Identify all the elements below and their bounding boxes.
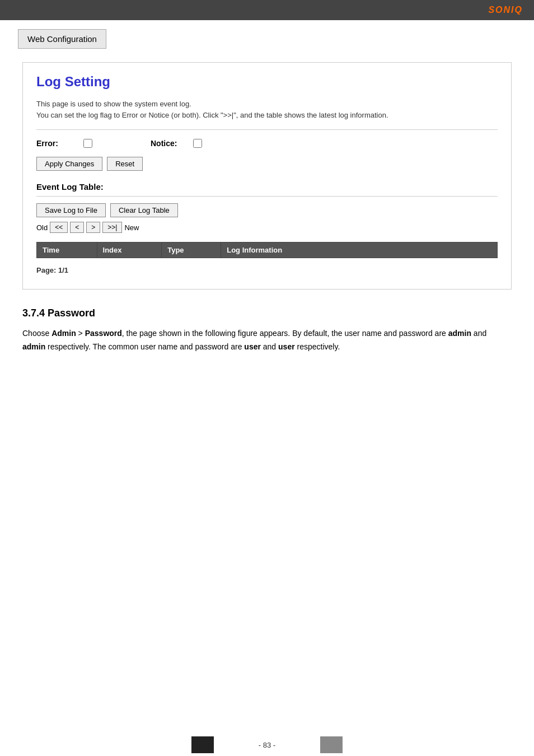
bottom-bar: - 83 -	[0, 734, 534, 756]
body-part7: respectively.	[295, 342, 340, 351]
log-actions-row: Save Log to File Clear Log Table	[36, 203, 498, 217]
section-374-title: 3.7.4 Password	[22, 307, 512, 319]
event-log-section: Event Log Table: Save Log to File Clear …	[36, 182, 498, 278]
buttons-row: Apply Changes Reset	[36, 157, 498, 171]
col-type: Type	[162, 242, 221, 258]
desc-line2: You can set the log flag to Error or Not…	[36, 111, 388, 119]
body-part4: and	[471, 329, 486, 338]
apply-changes-button[interactable]: Apply Changes	[36, 157, 102, 171]
col-time: Time	[37, 242, 97, 258]
page-number: - 83 -	[259, 741, 275, 749]
body-part5: respectively. The common user name and p…	[45, 342, 244, 351]
error-label: Error:	[36, 139, 70, 148]
event-log-title: Event Log Table:	[36, 182, 498, 197]
settings-row: Error: Notice:	[36, 139, 498, 148]
body-user1: user	[244, 342, 261, 351]
section-374-body: Choose Admin > Password, the page shown …	[22, 327, 512, 354]
col-log-info: Log Information	[221, 242, 498, 258]
body-password: Password	[85, 329, 122, 338]
bottom-block-right	[320, 736, 343, 753]
body-part1: Choose	[22, 329, 51, 338]
nav-first-button[interactable]: <<	[50, 222, 68, 233]
nav-old-label: Old	[36, 223, 48, 232]
body-part6: and	[261, 342, 278, 351]
save-log-button[interactable]: Save Log to File	[36, 203, 106, 217]
brand-logo: SONIQ	[488, 5, 523, 15]
desc-line1: This page is used to show the system eve…	[36, 100, 191, 108]
error-checkbox[interactable]	[83, 139, 92, 148]
section-374: 3.7.4 Password Choose Admin > Password, …	[22, 307, 512, 354]
page-info: Page: 1/1	[36, 263, 498, 278]
reset-button[interactable]: Reset	[107, 157, 143, 171]
log-setting-title: Log Setting	[36, 74, 498, 90]
body-user2: user	[278, 342, 295, 351]
description-text: This page is used to show the system eve…	[36, 99, 498, 130]
nav-prev-button[interactable]: <	[70, 222, 84, 233]
notice-checkbox[interactable]	[193, 139, 202, 148]
bottom-block-left	[191, 736, 214, 753]
body-part2: >	[76, 329, 85, 338]
main-content: Log Setting This page is used to show th…	[22, 62, 512, 290]
body-admin: Admin	[51, 329, 76, 338]
notice-group: Notice:	[151, 139, 202, 148]
notice-label: Notice:	[151, 139, 184, 148]
body-admin2: admin	[448, 329, 471, 338]
nav-new-label: New	[124, 223, 139, 232]
nav-last-button[interactable]: >>|	[102, 222, 122, 233]
nav-next-button[interactable]: >	[86, 222, 100, 233]
log-table: Time Index Type Log Information	[36, 242, 498, 258]
body-admin3: admin	[22, 342, 45, 351]
table-header-row: Time Index Type Log Information	[37, 242, 498, 258]
top-bar: SONIQ	[0, 0, 534, 20]
web-config-label: Web Configuration	[27, 34, 97, 44]
nav-row: Old << < > >>| New	[36, 222, 498, 233]
web-config-bar: Web Configuration	[18, 29, 106, 49]
clear-log-button[interactable]: Clear Log Table	[110, 203, 178, 217]
log-setting-card: Log Setting This page is used to show th…	[22, 62, 512, 290]
col-index: Index	[97, 242, 162, 258]
body-part3: , the page shown in the following figure…	[122, 329, 448, 338]
